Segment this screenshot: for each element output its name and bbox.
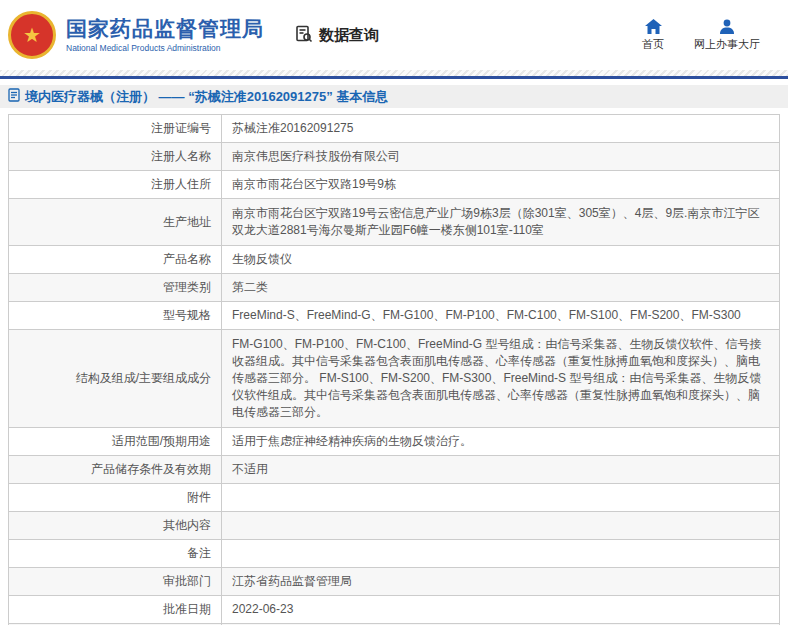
breadcrumb: 境内医疗器械（注册） —— “苏械注准20162091275” 基本信息 — [0, 85, 788, 108]
document-search-icon — [294, 24, 314, 47]
table-row: 型号规格FreeMind-S、FreeMind-G、FM-G100、FM-P10… — [9, 302, 780, 330]
agency-title-block: 国家药品监督管理局 National Medical Products Admi… — [66, 17, 264, 53]
table-row: 注册人名称南京伟思医疗科技股份有限公司 — [9, 143, 780, 171]
table-row: 附件 — [9, 484, 780, 512]
blue-divider — [0, 76, 788, 79]
field-label: 产品名称 — [9, 246, 222, 274]
field-label: 注册人住所 — [9, 171, 222, 199]
field-label: 注册人名称 — [9, 143, 222, 171]
field-value: 江苏省药品监督管理局 — [222, 568, 780, 596]
field-label: 管理类别 — [9, 274, 222, 302]
field-label: 注册证编号 — [9, 115, 222, 143]
data-query-label: 数据查询 — [319, 26, 379, 45]
registration-table: 注册证编号苏械注准20162091275注册人名称南京伟思医疗科技股份有限公司注… — [8, 114, 780, 625]
header-nav: 首页 网上办事大厅 — [642, 19, 776, 52]
table-row: 适用范围/预期用途适用于焦虑症神经精神疾病的生物反馈治疗。 — [9, 428, 780, 456]
data-query-button[interactable]: 数据查询 — [294, 24, 379, 47]
document-icon — [8, 88, 20, 105]
table-row: 注册证编号苏械注准20162091275 — [9, 115, 780, 143]
field-label: 生产地址 — [9, 199, 222, 246]
nav-hall-label: 网上办事大厅 — [694, 37, 760, 52]
table-row: 管理类别第二类 — [9, 274, 780, 302]
table-row: 产品名称生物反馈仪 — [9, 246, 780, 274]
field-value: 苏械注准20162091275 — [222, 115, 780, 143]
table-row: 注册人住所南京市雨花台区宁双路19号9栋 — [9, 171, 780, 199]
field-label: 备注 — [9, 540, 222, 568]
field-value: FM-G100、FM-P100、FM-C100、FreeMind-G 型号组成：… — [222, 330, 780, 428]
home-icon — [645, 19, 662, 34]
table-row: 结构及组成/主要组成成分FM-G100、FM-P100、FM-C100、Free… — [9, 330, 780, 428]
field-label: 附件 — [9, 484, 222, 512]
field-value: 2022-06-23 — [222, 596, 780, 624]
field-value: 第二类 — [222, 274, 780, 302]
star-icon: ★ — [23, 25, 41, 45]
table-row: 审批部门江苏省药品监督管理局 — [9, 568, 780, 596]
breadcrumb-text: 境内医疗器械（注册） —— “苏械注准20162091275” 基本信息 — [25, 88, 388, 106]
field-label: 型号规格 — [9, 302, 222, 330]
nav-home[interactable]: 首页 — [642, 19, 664, 52]
field-value: FreeMind-S、FreeMind-G、FM-G100、FM-P100、FM… — [222, 302, 780, 330]
field-label: 其他内容 — [9, 512, 222, 540]
field-label: 结构及组成/主要组成成分 — [9, 330, 222, 428]
field-value — [222, 540, 780, 568]
agency-subtitle: National Medical Products Administration — [66, 43, 264, 53]
field-value: 南京伟思医疗科技股份有限公司 — [222, 143, 780, 171]
field-value: 生物反馈仪 — [222, 246, 780, 274]
field-label: 批准日期 — [9, 596, 222, 624]
table-row: 备注 — [9, 540, 780, 568]
field-label: 产品储存条件及有效期 — [9, 456, 222, 484]
header: ★ 国家药品监督管理局 National Medical Products Ad… — [0, 0, 788, 70]
agency-title: 国家药品监督管理局 — [66, 17, 264, 41]
table-row: 产品储存条件及有效期不适用 — [9, 456, 780, 484]
field-value: 南京市雨花台区宁双路19号9栋 — [222, 171, 780, 199]
national-emblem-logo: ★ — [8, 11, 56, 59]
person-icon — [719, 19, 735, 34]
field-value: 不适用 — [222, 456, 780, 484]
field-label: 审批部门 — [9, 568, 222, 596]
table-row: 批准日期2022-06-23 — [9, 596, 780, 624]
field-value: 南京市雨花台区宁双路19号云密信息产业广场9栋3层（除301室、305室）、4层… — [222, 199, 780, 246]
field-value — [222, 484, 780, 512]
table-row: 其他内容 — [9, 512, 780, 540]
field-value: 适用于焦虑症神经精神疾病的生物反馈治疗。 — [222, 428, 780, 456]
field-value — [222, 512, 780, 540]
field-label: 适用范围/预期用途 — [9, 428, 222, 456]
nav-home-label: 首页 — [642, 37, 664, 52]
table-row: 生产地址南京市雨花台区宁双路19号云密信息产业广场9栋3层（除301室、305室… — [9, 199, 780, 246]
nav-service-hall[interactable]: 网上办事大厅 — [694, 19, 760, 52]
